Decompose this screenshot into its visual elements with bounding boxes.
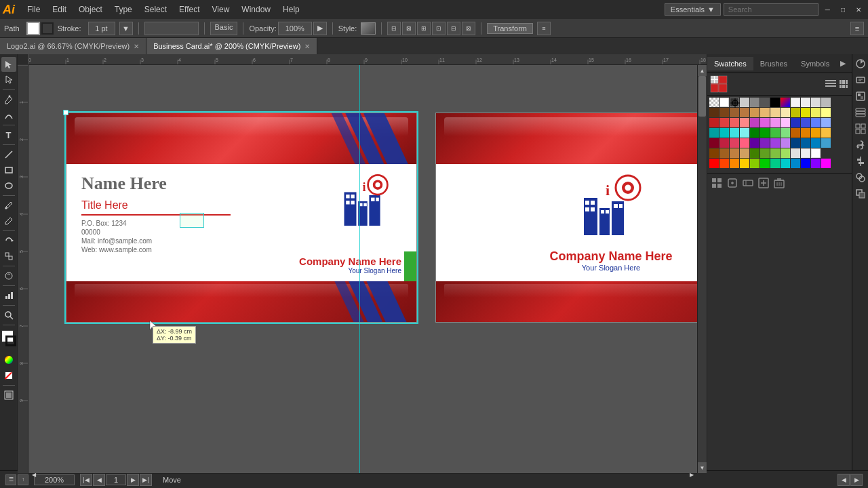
swatch-bright-cyan[interactable]: [781, 159, 790, 168]
swatch-bright-magenta[interactable]: [821, 159, 831, 168]
scroll-down-btn[interactable]: ▼: [698, 462, 707, 473]
swatch-gray-300[interactable]: [821, 98, 831, 107]
menu-object[interactable]: Object: [73, 3, 108, 16]
graphic-styles-btn[interactable]: [854, 89, 867, 103]
align-right-btn[interactable]: ⊞: [417, 22, 431, 35]
style-preview[interactable]: [361, 22, 376, 35]
panel-options-btn[interactable]: ≡: [850, 22, 864, 35]
swatch-sienna-light[interactable]: [719, 148, 729, 158]
swatch-tan[interactable]: [740, 108, 749, 117]
swatch-blue-dark[interactable]: [791, 118, 800, 127]
swatch-blue-lighter[interactable]: [821, 118, 831, 127]
swatch-teal[interactable]: [709, 128, 719, 138]
color-mode-circle[interactable]: [1, 352, 16, 367]
graph-tool[interactable]: [1, 288, 16, 303]
swatch-orange-light[interactable]: [811, 128, 821, 138]
swatch-tan-dark[interactable]: [730, 108, 739, 117]
tab-business-card[interactable]: Business Card.ai* @ 200% (CMYK/Preview) …: [146, 38, 317, 54]
scroll-right-status[interactable]: ▶: [850, 474, 863, 486]
horizontal-scrollbar[interactable]: ◀ ▶: [28, 473, 697, 474]
maximize-button[interactable]: □: [837, 6, 849, 14]
swatch-bright-yellow[interactable]: [740, 159, 749, 168]
warp-tool[interactable]: [1, 268, 16, 283]
canvas[interactable]: Name Here Title Here P.O. Box: 1234 0000…: [28, 65, 697, 473]
swatch-libraries-btn[interactable]: [710, 176, 724, 190]
swatch-sky-blue[interactable]: [811, 138, 821, 148]
tab-swatches[interactable]: Swatches: [707, 57, 753, 70]
swatch-orange-dark[interactable]: [791, 128, 800, 138]
swatch-rose-light[interactable]: [740, 138, 749, 148]
curvature-tool[interactable]: [1, 108, 16, 123]
artboards-btn[interactable]: [854, 122, 867, 136]
swatch-pink[interactable]: [740, 118, 749, 127]
swatch-olive-yellow[interactable]: [791, 108, 800, 117]
pencil-tool[interactable]: [1, 214, 16, 228]
swatch-straw[interactable]: [770, 108, 780, 117]
swatch-lavender[interactable]: [781, 138, 790, 148]
type-tool[interactable]: T: [1, 127, 16, 142]
appearance-btn[interactable]: [854, 73, 867, 87]
opacity-arrow[interactable]: ▶: [313, 22, 327, 35]
grid-view-btn[interactable]: [838, 79, 849, 89]
stroke-display[interactable]: [5, 336, 16, 346]
tab-symbols[interactable]: Symbols: [794, 57, 836, 70]
stroke-width-input[interactable]: [88, 22, 115, 35]
scale-tool[interactable]: [1, 249, 16, 264]
swatch-rose[interactable]: [730, 138, 739, 148]
swatch-bright-blue[interactable]: [801, 159, 810, 168]
show-swatch-kinds-btn[interactable]: [726, 176, 739, 190]
ellipse-tool[interactable]: [1, 178, 16, 193]
swatch-purple[interactable]: [760, 138, 770, 148]
swatch-near-white[interactable]: [791, 98, 800, 107]
swatch-tan-light[interactable]: [750, 108, 760, 117]
align-top-btn[interactable]: ⊡: [432, 22, 446, 35]
screen-mode-btn[interactable]: [1, 388, 16, 403]
panel-forward-btn[interactable]: ▶: [836, 59, 850, 68]
swatch-gray-mid[interactable]: [750, 98, 760, 107]
fill-color-box[interactable]: [26, 22, 40, 35]
menu-select[interactable]: Select: [139, 3, 172, 16]
scroll-up-btn[interactable]: ▲: [698, 65, 707, 76]
menu-view[interactable]: View: [207, 3, 235, 16]
align-bottom-btn[interactable]: ⊠: [462, 22, 475, 35]
swatch-magenta-dark[interactable]: [750, 118, 760, 127]
swatch-sienna[interactable]: [709, 148, 719, 158]
menu-help[interactable]: Help: [277, 3, 305, 16]
direct-selection-tool[interactable]: [1, 73, 16, 87]
first-page-btn[interactable]: |◀: [80, 474, 92, 486]
zoom-input[interactable]: [34, 474, 75, 485]
swatch-gray-200[interactable]: [811, 98, 821, 107]
swatch-green-lighter[interactable]: [781, 128, 790, 138]
swatch-vermilion[interactable]: [719, 159, 729, 168]
swatch-olive[interactable]: [750, 148, 760, 158]
swatch-cyan-lighter[interactable]: [740, 128, 749, 138]
swatch-bright-red[interactable]: [709, 159, 719, 168]
list-view-btn[interactable]: [824, 79, 837, 89]
swatch-red-dark[interactable]: [709, 118, 719, 127]
line-tool[interactable]: [1, 147, 16, 162]
stroke-options-btn[interactable]: ▼: [119, 22, 133, 35]
swatch-dodger-blue[interactable]: [791, 159, 800, 168]
business-card-1[interactable]: Name Here Title Here P.O. Box: 1234 0000…: [66, 113, 417, 323]
pen-tool[interactable]: [1, 92, 16, 107]
menu-type[interactable]: Type: [109, 3, 138, 16]
color-guide-btn[interactable]: [854, 57, 867, 70]
swatch-yellow[interactable]: [801, 108, 810, 117]
swatch-wheat[interactable]: [740, 148, 749, 158]
next-page-btn[interactable]: ▶: [127, 474, 139, 486]
links-btn[interactable]: [854, 138, 867, 152]
scroll-left-status[interactable]: ◀: [837, 474, 850, 486]
swatch-none[interactable]: [710, 75, 728, 93]
tab-logo2-close[interactable]: ✕: [134, 43, 139, 50]
menu-effect[interactable]: Effect: [174, 3, 205, 16]
transform-extra-btn[interactable]: ≡: [537, 22, 551, 35]
swatch-cyan-light[interactable]: [730, 128, 739, 138]
swatch-light-gray[interactable]: [801, 98, 810, 107]
variable-width-input[interactable]: [144, 22, 199, 35]
swatch-peru[interactable]: [730, 148, 739, 158]
vertical-scrollbar[interactable]: ▲ ▼: [697, 65, 707, 473]
swatch-cyan[interactable]: [719, 128, 729, 138]
align-middle-btn[interactable]: ⊟: [447, 22, 460, 35]
swatch-pink-lighter[interactable]: [781, 118, 790, 127]
swatch-lime[interactable]: [770, 148, 780, 158]
